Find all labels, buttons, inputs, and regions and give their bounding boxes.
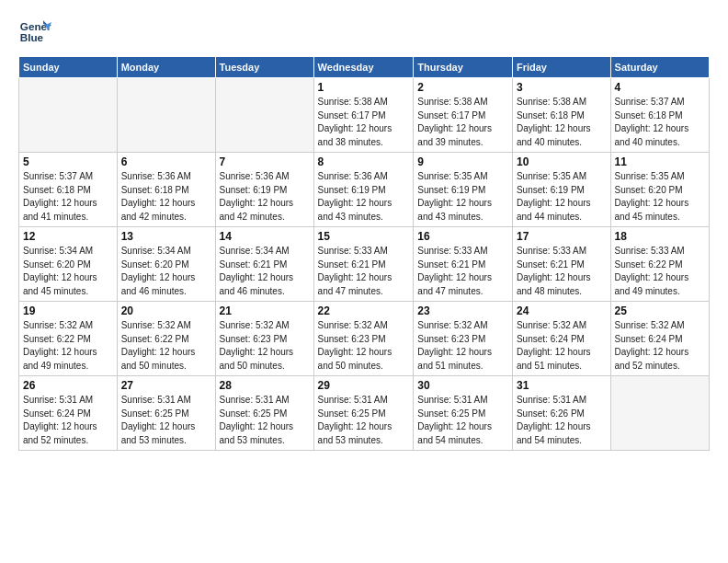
day-number: 29 <box>318 379 410 392</box>
day-info: Sunrise: 5:31 AM Sunset: 6:25 PM Dayligh… <box>121 394 211 447</box>
calendar-cell: 11Sunrise: 5:35 AM Sunset: 6:20 PM Dayli… <box>610 153 709 227</box>
calendar-cell: 10Sunrise: 5:35 AM Sunset: 6:19 PM Dayli… <box>512 153 610 227</box>
calendar-cell: 22Sunrise: 5:32 AM Sunset: 6:23 PM Dayli… <box>313 302 414 376</box>
calendar-cell: 5Sunrise: 5:37 AM Sunset: 6:18 PM Daylig… <box>19 153 118 227</box>
weekday-header: Wednesday <box>313 57 414 78</box>
day-number: 9 <box>417 155 508 168</box>
day-info: Sunrise: 5:36 AM Sunset: 6:19 PM Dayligh… <box>220 170 310 224</box>
calendar-cell: 17Sunrise: 5:33 AM Sunset: 6:21 PM Dayli… <box>512 227 610 302</box>
day-number: 28 <box>220 379 310 392</box>
day-info: Sunrise: 5:32 AM Sunset: 6:23 PM Dayligh… <box>417 319 508 373</box>
svg-text:Blue: Blue <box>20 31 44 43</box>
calendar-cell: 18Sunrise: 5:33 AM Sunset: 6:22 PM Dayli… <box>610 227 709 302</box>
weekday-header: Monday <box>117 57 215 78</box>
day-number: 6 <box>121 155 211 168</box>
day-info: Sunrise: 5:33 AM Sunset: 6:22 PM Dayligh… <box>615 245 705 298</box>
calendar-week-row: 5Sunrise: 5:37 AM Sunset: 6:18 PM Daylig… <box>19 153 710 227</box>
day-info: Sunrise: 5:32 AM Sunset: 6:23 PM Dayligh… <box>220 319 310 373</box>
calendar-cell: 1Sunrise: 5:38 AM Sunset: 6:17 PM Daylig… <box>313 78 414 153</box>
day-number: 31 <box>517 379 607 392</box>
calendar-cell: 20Sunrise: 5:32 AM Sunset: 6:22 PM Dayli… <box>117 302 215 376</box>
day-number: 7 <box>220 155 310 168</box>
day-number: 19 <box>23 304 113 317</box>
day-info: Sunrise: 5:34 AM Sunset: 6:20 PM Dayligh… <box>23 245 113 298</box>
weekday-header: Friday <box>512 57 610 78</box>
calendar-cell: 7Sunrise: 5:36 AM Sunset: 6:19 PM Daylig… <box>215 153 313 227</box>
day-number: 15 <box>318 230 410 243</box>
day-number: 2 <box>417 81 508 94</box>
day-number: 25 <box>615 304 705 317</box>
calendar-cell: 9Sunrise: 5:35 AM Sunset: 6:19 PM Daylig… <box>414 153 513 227</box>
day-number: 17 <box>517 230 607 243</box>
day-info: Sunrise: 5:32 AM Sunset: 6:23 PM Dayligh… <box>318 319 410 373</box>
calendar-cell: 16Sunrise: 5:33 AM Sunset: 6:21 PM Dayli… <box>414 227 513 302</box>
calendar-header-row: SundayMondayTuesdayWednesdayThursdayFrid… <box>19 57 710 78</box>
day-number: 14 <box>220 230 310 243</box>
calendar-cell: 13Sunrise: 5:34 AM Sunset: 6:20 PM Dayli… <box>117 227 215 302</box>
day-info: Sunrise: 5:35 AM Sunset: 6:19 PM Dayligh… <box>417 170 508 224</box>
day-info: Sunrise: 5:32 AM Sunset: 6:24 PM Dayligh… <box>517 319 607 373</box>
weekday-header: Tuesday <box>215 57 313 78</box>
day-info: Sunrise: 5:31 AM Sunset: 6:24 PM Dayligh… <box>23 394 113 447</box>
calendar-cell: 26Sunrise: 5:31 AM Sunset: 6:24 PM Dayli… <box>19 376 118 451</box>
calendar-cell: 8Sunrise: 5:36 AM Sunset: 6:19 PM Daylig… <box>313 153 414 227</box>
calendar-cell: 21Sunrise: 5:32 AM Sunset: 6:23 PM Dayli… <box>215 302 313 376</box>
day-number: 4 <box>615 81 705 94</box>
calendar-cell: 4Sunrise: 5:37 AM Sunset: 6:18 PM Daylig… <box>610 78 709 153</box>
day-number: 8 <box>318 155 410 168</box>
day-info: Sunrise: 5:31 AM Sunset: 6:26 PM Dayligh… <box>517 394 607 447</box>
day-number: 24 <box>517 304 607 317</box>
day-info: Sunrise: 5:38 AM Sunset: 6:17 PM Dayligh… <box>417 96 508 149</box>
day-number: 5 <box>23 155 113 168</box>
calendar-cell: 14Sunrise: 5:34 AM Sunset: 6:21 PM Dayli… <box>215 227 313 302</box>
day-number: 13 <box>121 230 211 243</box>
day-info: Sunrise: 5:35 AM Sunset: 6:19 PM Dayligh… <box>517 170 607 224</box>
day-number: 27 <box>121 379 211 392</box>
day-number: 26 <box>23 379 113 392</box>
day-info: Sunrise: 5:35 AM Sunset: 6:20 PM Dayligh… <box>615 170 705 224</box>
day-number: 30 <box>417 379 508 392</box>
day-info: Sunrise: 5:34 AM Sunset: 6:20 PM Dayligh… <box>121 245 211 298</box>
day-info: Sunrise: 5:31 AM Sunset: 6:25 PM Dayligh… <box>318 394 410 447</box>
weekday-header: Saturday <box>610 57 709 78</box>
calendar-cell: 3Sunrise: 5:38 AM Sunset: 6:18 PM Daylig… <box>512 78 610 153</box>
day-number: 21 <box>220 304 310 317</box>
day-info: Sunrise: 5:38 AM Sunset: 6:17 PM Dayligh… <box>318 96 410 149</box>
day-number: 23 <box>417 304 508 317</box>
calendar-cell <box>117 78 215 153</box>
calendar-cell: 24Sunrise: 5:32 AM Sunset: 6:24 PM Dayli… <box>512 302 610 376</box>
day-number: 16 <box>417 230 508 243</box>
calendar-week-row: 19Sunrise: 5:32 AM Sunset: 6:22 PM Dayli… <box>19 302 710 376</box>
calendar-week-row: 26Sunrise: 5:31 AM Sunset: 6:24 PM Dayli… <box>19 376 710 451</box>
logo-icon: General Blue <box>18 14 51 47</box>
day-info: Sunrise: 5:37 AM Sunset: 6:18 PM Dayligh… <box>615 96 705 149</box>
day-info: Sunrise: 5:37 AM Sunset: 6:18 PM Dayligh… <box>23 170 113 224</box>
day-number: 12 <box>23 230 113 243</box>
day-info: Sunrise: 5:34 AM Sunset: 6:21 PM Dayligh… <box>220 245 310 298</box>
calendar-cell: 30Sunrise: 5:31 AM Sunset: 6:25 PM Dayli… <box>414 376 513 451</box>
weekday-header: Sunday <box>19 57 118 78</box>
day-info: Sunrise: 5:32 AM Sunset: 6:24 PM Dayligh… <box>615 319 705 373</box>
calendar-week-row: 12Sunrise: 5:34 AM Sunset: 6:20 PM Dayli… <box>19 227 710 302</box>
calendar-cell: 23Sunrise: 5:32 AM Sunset: 6:23 PM Dayli… <box>414 302 513 376</box>
logo: General Blue <box>18 14 55 47</box>
day-info: Sunrise: 5:36 AM Sunset: 6:18 PM Dayligh… <box>121 170 211 224</box>
calendar-table: SundayMondayTuesdayWednesdayThursdayFrid… <box>18 56 710 451</box>
weekday-header: Thursday <box>414 57 513 78</box>
calendar-week-row: 1Sunrise: 5:38 AM Sunset: 6:17 PM Daylig… <box>19 78 710 153</box>
day-number: 11 <box>615 155 705 168</box>
calendar-cell: 27Sunrise: 5:31 AM Sunset: 6:25 PM Dayli… <box>117 376 215 451</box>
calendar-cell: 31Sunrise: 5:31 AM Sunset: 6:26 PM Dayli… <box>512 376 610 451</box>
calendar-cell: 19Sunrise: 5:32 AM Sunset: 6:22 PM Dayli… <box>19 302 118 376</box>
calendar-cell: 12Sunrise: 5:34 AM Sunset: 6:20 PM Dayli… <box>19 227 118 302</box>
calendar-cell: 29Sunrise: 5:31 AM Sunset: 6:25 PM Dayli… <box>313 376 414 451</box>
day-number: 1 <box>318 81 410 94</box>
day-info: Sunrise: 5:33 AM Sunset: 6:21 PM Dayligh… <box>417 245 508 298</box>
calendar-cell <box>215 78 313 153</box>
day-number: 3 <box>517 81 607 94</box>
header: General Blue <box>18 14 710 47</box>
calendar-cell <box>19 78 118 153</box>
day-info: Sunrise: 5:38 AM Sunset: 6:18 PM Dayligh… <box>517 96 607 149</box>
day-number: 18 <box>615 230 705 243</box>
day-number: 10 <box>517 155 607 168</box>
